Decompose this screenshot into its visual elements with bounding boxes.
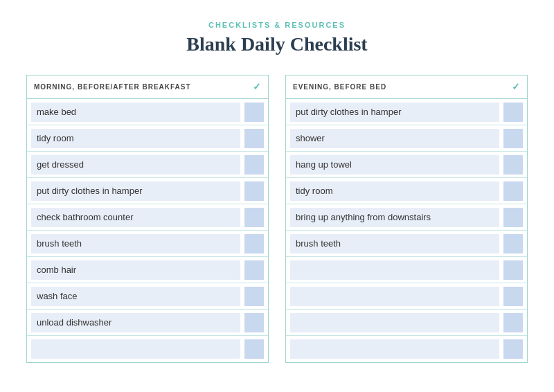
evening-check-3[interactable]: [503, 181, 523, 201]
evening-row-0: put dirty clothes in hamper: [286, 99, 527, 125]
evening-row-3: tidy room: [286, 178, 527, 204]
evening-text-7: [290, 287, 499, 306]
morning-row-8: unload dishwasher: [27, 310, 268, 336]
morning-text-7: wash face: [31, 287, 240, 306]
evening-row-4: bring up anything from downstairs: [286, 204, 527, 231]
morning-text-6: comb hair: [31, 260, 240, 280]
morning-checklist-header: Morning, Before/After Breakfast ✓: [27, 75, 268, 99]
evening-text-5: brush teeth: [290, 234, 499, 253]
evening-checklist-header: Evening, Before Bed ✓: [286, 75, 527, 99]
evening-checklist: Evening, Before Bed ✓ put dirty clothes …: [285, 75, 528, 363]
evening-row-9: [286, 336, 527, 362]
morning-text-3: put dirty clothes in hamper: [31, 181, 240, 201]
morning-text-9: [31, 339, 240, 359]
morning-text-4: check bathroom counter: [31, 208, 240, 227]
evening-text-6: [290, 260, 499, 280]
morning-row-1: tidy room: [27, 125, 268, 152]
evening-check-8[interactable]: [503, 313, 523, 332]
evening-check-6[interactable]: [503, 260, 523, 280]
evening-row-1: shower: [286, 125, 527, 152]
morning-text-0: make bed: [31, 103, 240, 122]
morning-check-2[interactable]: [244, 155, 264, 175]
evening-check-4[interactable]: [503, 208, 523, 227]
evening-check-5[interactable]: [503, 234, 523, 253]
morning-check-6[interactable]: [244, 260, 264, 280]
morning-check-symbol: ✓: [253, 81, 261, 93]
evening-checklist-title: Evening, Before Bed: [293, 83, 506, 91]
evening-check-0[interactable]: [503, 103, 523, 122]
morning-row-6: comb hair: [27, 257, 268, 283]
evening-row-6: [286, 257, 527, 283]
page-header: Checklists & Resources Blank Daily Check…: [28, 21, 526, 55]
morning-checklist: Morning, Before/After Breakfast ✓ make b…: [26, 75, 269, 363]
morning-row-3: put dirty clothes in hamper: [27, 178, 268, 204]
evening-check-7[interactable]: [503, 287, 523, 306]
morning-text-5: brush teeth: [31, 234, 240, 253]
morning-check-1[interactable]: [244, 129, 264, 148]
evening-row-5: brush teeth: [286, 231, 527, 257]
evening-text-0: put dirty clothes in hamper: [290, 103, 499, 122]
evening-row-7: [286, 283, 527, 310]
page-title: Blank Daily Checklist: [28, 33, 526, 55]
evening-check-symbol: ✓: [512, 81, 520, 93]
morning-check-0[interactable]: [244, 103, 264, 122]
morning-row-4: check bathroom counter: [27, 204, 268, 231]
morning-text-8: unload dishwasher: [31, 313, 240, 332]
evening-text-9: [290, 339, 499, 359]
morning-text-2: get dressed: [31, 155, 240, 175]
morning-row-0: make bed: [27, 99, 268, 125]
morning-check-9[interactable]: [244, 339, 264, 359]
evening-text-3: tidy room: [290, 181, 499, 201]
evening-check-1[interactable]: [503, 129, 523, 148]
morning-row-7: wash face: [27, 283, 268, 310]
evening-row-2: hang up towel: [286, 152, 527, 178]
page-subtitle: Checklists & Resources: [28, 21, 526, 29]
morning-row-9: [27, 336, 268, 362]
morning-check-4[interactable]: [244, 208, 264, 227]
morning-text-1: tidy room: [31, 129, 240, 148]
morning-check-3[interactable]: [244, 181, 264, 201]
morning-check-5[interactable]: [244, 234, 264, 253]
checklists-container: Morning, Before/After Breakfast ✓ make b…: [28, 75, 526, 363]
morning-row-5: brush teeth: [27, 231, 268, 257]
morning-row-2: get dressed: [27, 152, 268, 178]
morning-checklist-title: Morning, Before/After Breakfast: [34, 83, 247, 91]
morning-check-8[interactable]: [244, 313, 264, 332]
evening-row-8: [286, 310, 527, 336]
evening-check-2[interactable]: [503, 155, 523, 175]
evening-text-4: bring up anything from downstairs: [290, 208, 499, 227]
evening-text-1: shower: [290, 129, 499, 148]
evening-text-8: [290, 313, 499, 332]
evening-text-2: hang up towel: [290, 155, 499, 175]
evening-check-9[interactable]: [503, 339, 523, 359]
morning-check-7[interactable]: [244, 287, 264, 306]
